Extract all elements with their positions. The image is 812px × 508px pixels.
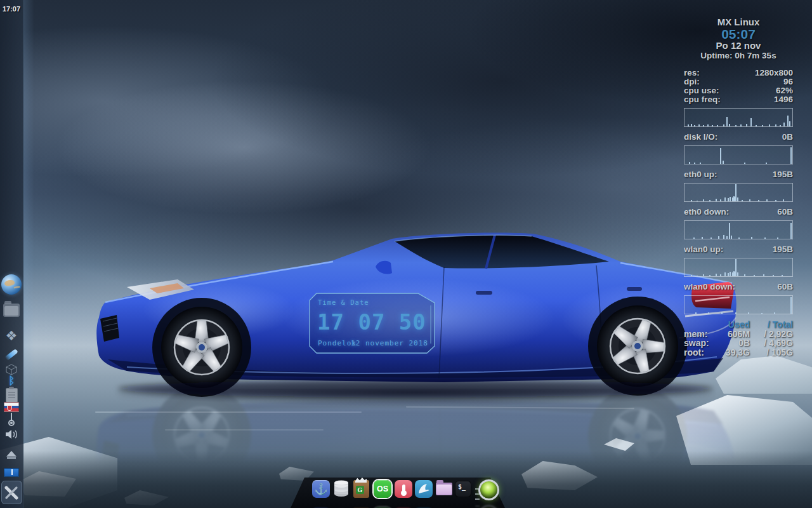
usage-used: 606M: [716, 330, 750, 339]
thermometer-icon[interactable]: [0, 411, 23, 427]
eth0-up-graph: [684, 183, 793, 202]
stat-row-cpu-freq: cpu freq: 1496: [684, 95, 793, 104]
usage-header-used: Used: [716, 320, 750, 330]
eth0-up-row: eth0 up: 195B: [684, 170, 793, 179]
usage-header: Used / Total: [684, 320, 793, 330]
volume-icon[interactable]: [0, 429, 23, 440]
eth0-down-value: 60B: [777, 208, 793, 217]
package-bag-icon[interactable]: G: [353, 480, 369, 498]
file-manager-icon[interactable]: [0, 304, 23, 317]
bag-tag-label: G: [356, 486, 364, 494]
widget-date: 12 november 2018: [351, 339, 428, 347]
wlan0-down-row: wlan0 down: 60B: [684, 283, 793, 291]
wallpaper-light-band: [23, 0, 34, 508]
dropbox-icon[interactable]: ❖: [0, 329, 23, 342]
stat-row-dpi: dpi: 96: [684, 77, 793, 86]
stat-label: cpu use:: [684, 86, 719, 95]
disk-graph: [684, 145, 793, 164]
mx-logo-button[interactable]: [0, 481, 23, 504]
power-orb-button[interactable]: [478, 479, 499, 500]
widget-title: Time & Date: [318, 298, 369, 306]
widget-time: 17 07 50: [317, 309, 426, 335]
disk-io-value: 0B: [782, 133, 793, 142]
eth0-up-value: 195B: [773, 170, 793, 179]
eth0-up-label: eth0 up:: [684, 170, 717, 179]
wireshark-icon[interactable]: [415, 480, 433, 498]
conky-date: Po 12 nov: [684, 41, 793, 51]
disk-io-row: disk I/O: 0B: [684, 133, 793, 142]
usage-label: swap:: [684, 338, 716, 348]
dock-icons-row: ⚓ G OS $_: [291, 479, 505, 502]
os-app-icon[interactable]: OS: [374, 480, 391, 498]
terminal-prompt-label: $_: [458, 483, 466, 490]
wlan0-down-graph: [684, 295, 793, 314]
os-label: OS: [377, 485, 388, 493]
stat-label: dpi:: [684, 77, 700, 86]
eth0-down-graph: [684, 220, 793, 239]
wlan0-up-graph: [684, 258, 793, 277]
usage-row-root: root: 39,3G / 105G: [684, 348, 793, 358]
dropbox-glyph: ❖: [6, 329, 18, 342]
wireframe-cube-icon[interactable]: [0, 364, 23, 375]
conky-title: MX Linux: [684, 17, 793, 27]
folder-app-icon[interactable]: [435, 480, 453, 498]
usage-total: / 2,92G: [750, 330, 793, 339]
paint-swoosh-icon[interactable]: [0, 352, 23, 357]
brightness-slider[interactable]: [0, 468, 23, 477]
usage-total: / 105G: [750, 348, 793, 358]
wlan0-down-label: wlan0 down:: [684, 283, 735, 291]
panel-clock: 17:07: [0, 5, 23, 13]
stat-label: res:: [684, 69, 700, 77]
water-streak: [165, 429, 324, 431]
stat-value: 62%: [776, 86, 793, 95]
temperature-app-icon[interactable]: [395, 480, 412, 498]
conky-monitor: MX Linux 05:07 Po 12 nov Uptime: 0h 7m 3…: [684, 17, 793, 357]
usage-header-total: / Total: [750, 320, 793, 330]
bluetooth-icon[interactable]: ᛒ: [0, 375, 23, 386]
wlan0-up-value: 195B: [773, 245, 793, 254]
eth0-down-row: eth0 down: 60B: [684, 208, 793, 217]
terminal-app-icon[interactable]: $_: [455, 481, 471, 497]
eth0-down-label: eth0 down:: [684, 208, 729, 217]
conky-uptime: Uptime: 0h 7m 35s: [684, 51, 793, 60]
usage-row-swap: swap: 0B / 4,69G: [684, 338, 793, 348]
time-date-widget[interactable]: Time & Date 17 07 50 Pondelok 12 novembe…: [309, 293, 440, 354]
dock: ⚓ G OS $_ ⚓ G OS: [291, 476, 505, 508]
usage-used: 0B: [716, 338, 750, 348]
scroll-up-icon[interactable]: [0, 451, 23, 457]
conky-time: 05:07: [684, 27, 793, 41]
stat-value: 96: [783, 77, 793, 86]
stat-row-cpu-use: cpu use: 62%: [684, 86, 793, 95]
left-panel: 17:07 ❖ ᛒ: [0, 0, 23, 508]
usage-total: / 4,69G: [750, 338, 793, 348]
wlan0-up-label: wlan0 up:: [684, 245, 723, 254]
usage-label: root:: [684, 348, 716, 358]
database-app-icon[interactable]: [332, 480, 350, 498]
stat-label: cpu freq:: [684, 95, 721, 104]
cpu-graph: [684, 108, 793, 127]
stat-value: 812x508: [755, 69, 793, 77]
web-browser-icon[interactable]: [0, 274, 23, 295]
wlan0-down-value: 60B: [777, 283, 793, 291]
stat-value: 1496: [774, 95, 793, 104]
disk-io-label: disk I/O:: [684, 133, 717, 142]
slovak-flag-icon[interactable]: [0, 402, 23, 412]
bluetooth-glyph: ᛒ: [8, 375, 15, 386]
usage-used: 39,3G: [716, 348, 750, 358]
anchor-glyph: ⚓: [314, 483, 327, 496]
clipboard-icon[interactable]: [0, 388, 23, 403]
usage-label: mem:: [684, 330, 716, 339]
usage-row-mem: mem: 606M / 2,92G: [684, 330, 793, 339]
wlan0-up-row: wlan0 up: 195B: [684, 245, 793, 254]
anchor-app-icon[interactable]: ⚓: [312, 480, 330, 498]
stat-row-res: res: 812x508: [684, 69, 793, 77]
